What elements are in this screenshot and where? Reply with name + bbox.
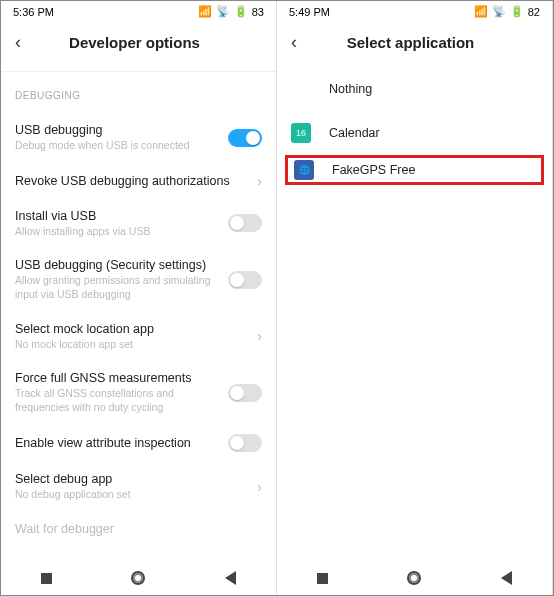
toggle[interactable] [228,214,262,232]
app-list-item[interactable]: 🌐FakeGPS Free [285,155,544,185]
signal-icon: 📶 [474,5,488,18]
nav-bar [277,559,552,595]
setting-row[interactable]: Select debug appNo debug application set… [15,462,262,512]
app-name: Nothing [329,82,372,96]
wifi-icon: 📡 [492,5,506,18]
row-title: USB debugging [15,123,228,137]
row-title: Force full GNSS measurements [15,371,228,385]
status-icons: 📶 📡 🔋 83 [198,5,264,18]
back-icon[interactable]: ‹ [15,32,21,53]
setting-row[interactable]: Wait for debugger [15,512,262,546]
row-title: Enable view attribute inspection [15,436,228,450]
chevron-right-icon: › [257,328,262,344]
nav-recent-icon[interactable] [41,573,52,584]
screen-select-application: 5:49 PM 📶 📡 🔋 82 ‹ Select application No… [277,1,553,595]
back-icon[interactable]: ‹ [291,32,297,53]
nav-recent-icon[interactable] [317,573,328,584]
nav-bar [1,559,276,595]
setting-row[interactable]: Force full GNSS measurementsTrack all GN… [15,361,262,424]
content: DEBUGGING USB debuggingDebug mode when U… [1,71,276,559]
row-title: Select debug app [15,472,249,486]
screen-developer-options: 5:36 PM 📶 📡 🔋 83 ‹ Developer options DEB… [1,1,277,595]
page-title: Developer options [29,34,240,51]
calendar-icon: 16 [291,123,311,143]
header: ‹ Developer options [1,22,276,67]
section-label: DEBUGGING [15,90,262,101]
wifi-icon: 📡 [216,5,230,18]
status-bar: 5:49 PM 📶 📡 🔋 82 [277,1,552,22]
row-title: Install via USB [15,209,228,223]
toggle[interactable] [228,384,262,402]
status-bar: 5:36 PM 📶 📡 🔋 83 [1,1,276,22]
app-list-item[interactable]: 16Calendar [291,111,538,155]
setting-row[interactable]: Revoke USB debugging authorizations› [15,163,262,199]
setting-row[interactable]: USB debuggingDebug mode when USB is conn… [15,113,262,163]
toggle[interactable] [228,271,262,289]
row-subtitle: Debug mode when USB is connected [15,139,228,153]
status-time: 5:49 PM [289,6,330,18]
setting-row[interactable]: Select mock location appNo mock location… [15,312,262,362]
toggle[interactable] [228,434,262,452]
status-icons: 📶 📡 🔋 82 [474,5,540,18]
chevron-right-icon: › [257,479,262,495]
content: Nothing16Calendar🌐FakeGPS Free [277,67,552,559]
fakegps-icon: 🌐 [294,160,314,180]
setting-row[interactable]: Enable view attribute inspection [15,424,262,462]
nav-back-icon[interactable] [225,571,236,585]
row-title: Wait for debugger [15,522,262,536]
row-subtitle: No debug application set [15,488,249,502]
nav-home-icon[interactable] [131,571,145,585]
row-title: Revoke USB debugging authorizations [15,174,249,188]
row-title: USB debugging (Security settings) [15,258,228,272]
app-name: FakeGPS Free [332,163,415,177]
setting-row[interactable]: Install via USBAllow installing apps via… [15,199,262,249]
page-title: Select application [305,34,516,51]
app-name: Calendar [329,126,380,140]
battery-icon: 🔋 [234,5,248,18]
app-list-item[interactable]: Nothing [291,67,538,111]
chevron-right-icon: › [257,173,262,189]
nav-home-icon[interactable] [407,571,421,585]
status-time: 5:36 PM [13,6,54,18]
row-subtitle: Track all GNSS constellations and freque… [15,387,228,414]
row-subtitle: Allow granting permissions and simulatin… [15,274,228,301]
battery-icon: 🔋 [510,5,524,18]
signal-icon: 📶 [198,5,212,18]
header: ‹ Select application [277,22,552,67]
toggle[interactable] [228,129,262,147]
row-subtitle: No mock location app set [15,338,249,352]
setting-row[interactable]: USB debugging (Security settings)Allow g… [15,248,262,311]
row-subtitle: Allow installing apps via USB [15,225,228,239]
row-title: Select mock location app [15,322,249,336]
nav-back-icon[interactable] [501,571,512,585]
